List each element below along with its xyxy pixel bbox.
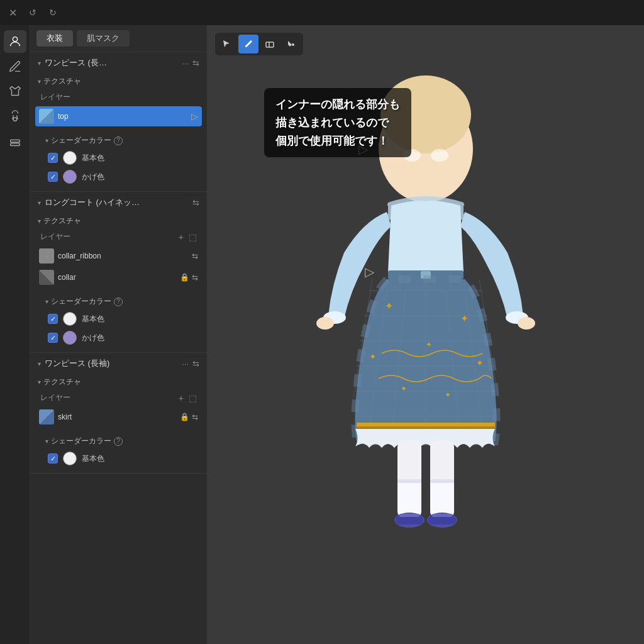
- forward-button[interactable]: ↻: [48, 8, 58, 18]
- import-layer3-icon[interactable]: ⬚: [189, 393, 197, 403]
- texture-header-3[interactable]: ▾ テクスチャ: [35, 374, 202, 390]
- help-icon-2[interactable]: ?: [114, 297, 123, 306]
- callout-text: インナーの隠れる部分も描き込まれているので個別で使用可能です！: [275, 96, 400, 150]
- section-longcoat: ▾ ロングコート (ハイネッ… ⇆ ▾ テクスチャ レイヤー + ⬚: [30, 192, 207, 353]
- link-long-icon[interactable]: ⇆: [192, 359, 199, 369]
- section-icons: ··· ⇆: [182, 58, 199, 68]
- tab-skin-mask[interactable]: 肌マスク: [77, 30, 130, 47]
- color-label-kihon-2: 基本色: [82, 314, 104, 325]
- icon-pen[interactable]: [4, 55, 26, 78]
- ellipsis-icon[interactable]: ···: [182, 58, 189, 68]
- svg-point-0: [13, 37, 17, 42]
- link-icon-longcoat[interactable]: ⇆: [192, 198, 199, 208]
- svg-rect-45: [430, 479, 454, 483]
- color-checkbox-kage-1[interactable]: [48, 172, 58, 182]
- bucket-tool-button[interactable]: [281, 35, 301, 53]
- cursor-tool-button[interactable]: [217, 35, 237, 53]
- svg-text:✦: ✦: [476, 358, 484, 368]
- shader-section-3: ▾ シェーダーカラー ? 基本色: [30, 433, 207, 473]
- close-button[interactable]: ✕: [8, 8, 18, 18]
- icon-bar: [0, 25, 30, 644]
- chevron-tex2-icon: ▾: [38, 218, 41, 225]
- chevron-shader-icon: ▾: [45, 137, 48, 144]
- texture-label-3: テクスチャ: [43, 377, 81, 387]
- color-checkbox-kage-2[interactable]: [48, 333, 58, 343]
- section-longcoat-header[interactable]: ▾ ロングコート (ハイネッ… ⇆: [30, 192, 207, 213]
- svg-rect-51: [432, 514, 452, 517]
- shader-label-2: シェーダーカラー: [51, 296, 111, 307]
- layer-header-3: レイヤー + ⬚: [35, 390, 202, 406]
- reload-button[interactable]: ↺: [28, 8, 38, 18]
- shader-header-3[interactable]: ▾ シェーダーカラー ?: [43, 433, 202, 449]
- ellipsis-long-icon[interactable]: ···: [182, 359, 189, 369]
- texture-header-1[interactable]: ▾ テクスチャ: [35, 74, 202, 89]
- color-swatch-kihon-3[interactable]: [63, 452, 77, 465]
- color-item-kihon-3: 基本色: [43, 449, 202, 468]
- svg-rect-3: [10, 143, 19, 146]
- layer-thumb-skirt: [39, 409, 54, 425]
- svg-rect-50: [399, 514, 419, 517]
- color-label-kage-1: かげ色: [82, 172, 104, 182]
- color-swatch-kage-2[interactable]: [63, 331, 77, 345]
- left-panel: 衣装 肌マスク ▾ ワンピース (長… ··· ⇆ ▾ テクスチャ レイヤー: [30, 25, 208, 644]
- color-checkbox-kihon-3[interactable]: [48, 453, 58, 464]
- layer-icons-skirt: 🔒 ⇆: [180, 413, 198, 421]
- texture-subsection-2: ▾ テクスチャ レイヤー + ⬚ · collar_ribbon: [30, 213, 207, 294]
- layer-item-collar[interactable]: collar 🔒 ⇆: [35, 267, 202, 287]
- texture-subsection-3: ▾ テクスチャ レイヤー + ⬚ skirt 🔒 ⇆: [30, 374, 207, 433]
- link-collar-icon[interactable]: ⇆: [192, 273, 198, 282]
- color-swatch-kihon-1[interactable]: [63, 151, 77, 165]
- layer-item-skirt[interactable]: skirt 🔒 ⇆: [35, 407, 202, 427]
- section-onepiece-short: ▾ ワンピース (長… ··· ⇆ ▾ テクスチャ レイヤー: [30, 52, 207, 192]
- layer-label-2: レイヤー: [40, 231, 70, 242]
- color-checkbox-kihon-2[interactable]: [48, 314, 58, 324]
- lock-skirt-icon[interactable]: 🔒: [180, 413, 189, 421]
- section-onepiece-long-header[interactable]: ▾ ワンピース (長袖) ··· ⇆: [30, 353, 207, 374]
- layer-item-collar-ribbon[interactable]: · collar_ribbon ⇆: [35, 246, 202, 266]
- texture-label-2: テクスチャ: [43, 216, 81, 226]
- color-swatch-kage-1[interactable]: [63, 170, 77, 184]
- link-ribbon-icon[interactable]: ⇆: [192, 252, 198, 260]
- layer-item-top[interactable]: top ▷: [35, 106, 202, 126]
- shader-label-1: シェーダーカラー: [51, 135, 111, 146]
- help-icon-1[interactable]: ?: [114, 136, 123, 145]
- viewport-toolbar: [215, 33, 303, 55]
- link-skirt-icon[interactable]: ⇆: [192, 413, 198, 421]
- titlebar: ✕ ↺ ↻: [0, 0, 644, 25]
- main-layout: 衣装 肌マスク ▾ ワンピース (長… ··· ⇆ ▾ テクスチャ レイヤー: [0, 25, 644, 644]
- layer-header-2: レイヤー + ⬚: [35, 229, 202, 245]
- add-layer3-icon[interactable]: +: [179, 393, 184, 403]
- eraser-tool-button[interactable]: [260, 35, 280, 53]
- shader-header-1[interactable]: ▾ シェーダーカラー ?: [43, 133, 202, 148]
- layer-header-1: レイヤー: [35, 89, 202, 105]
- icon-avatar[interactable]: [4, 30, 26, 53]
- section-onepiece-long: ▾ ワンピース (長袖) ··· ⇆ ▾ テクスチャ レイヤー + ⬚: [30, 353, 207, 474]
- chevron-long-icon: ▾: [38, 360, 41, 367]
- lock-collar-icon[interactable]: 🔒: [180, 273, 189, 282]
- color-swatch-kihon-2[interactable]: [63, 312, 77, 326]
- section-onepiece-short-header[interactable]: ▾ ワンピース (長… ··· ⇆: [30, 52, 207, 74]
- color-item-kihon-1: 基本色: [43, 148, 202, 167]
- help-icon-3[interactable]: ?: [114, 437, 123, 446]
- texture-subsection-1: ▾ テクスチャ レイヤー top ▷: [30, 74, 207, 133]
- link-icon[interactable]: ⇆: [192, 58, 199, 68]
- pen-tool-button[interactable]: [238, 35, 258, 53]
- layer-actions-2: + ⬚: [179, 232, 197, 242]
- texture-label-1: テクスチャ: [43, 76, 81, 87]
- tab-costume[interactable]: 衣装: [36, 30, 73, 47]
- svg-point-1: [13, 118, 17, 121]
- icon-layers[interactable]: [4, 131, 26, 153]
- import-layer-icon[interactable]: ⬚: [189, 232, 197, 242]
- svg-text:✦: ✦: [369, 352, 377, 362]
- color-checkbox-kihon-1[interactable]: [48, 153, 58, 163]
- icon-necklace[interactable]: [4, 106, 26, 128]
- shader-header-2[interactable]: ▾ シェーダーカラー ?: [43, 294, 202, 309]
- layer-icons-collar: 🔒 ⇆: [180, 273, 198, 282]
- svg-rect-2: [10, 140, 19, 142]
- texture-header-2[interactable]: ▾ テクスチャ: [35, 213, 202, 229]
- add-layer-icon[interactable]: +: [179, 232, 184, 242]
- icon-shirt[interactable]: [4, 80, 26, 103]
- chevron-down-icon: ▾: [38, 60, 41, 67]
- layer-name-skirt: skirt: [58, 413, 176, 421]
- section-long-icons: ··· ⇆: [182, 359, 199, 369]
